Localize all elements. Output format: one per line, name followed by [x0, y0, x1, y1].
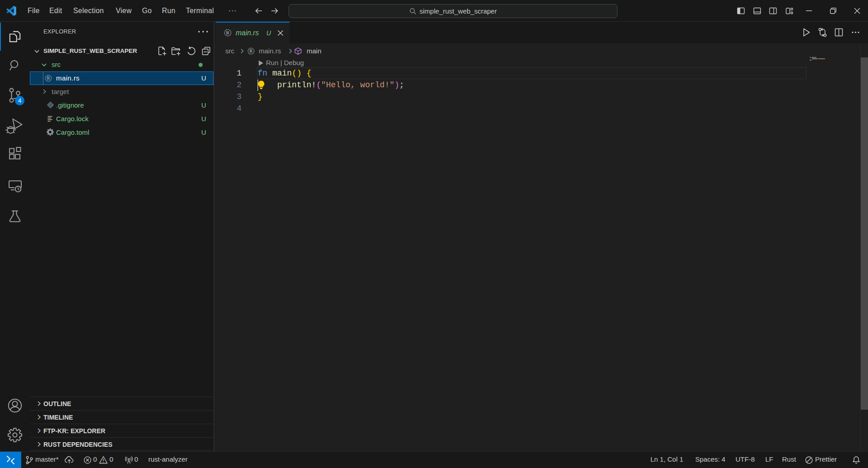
svg-text:R: R [47, 76, 50, 80]
svg-text:R: R [226, 30, 230, 35]
svg-text:R: R [250, 49, 253, 53]
